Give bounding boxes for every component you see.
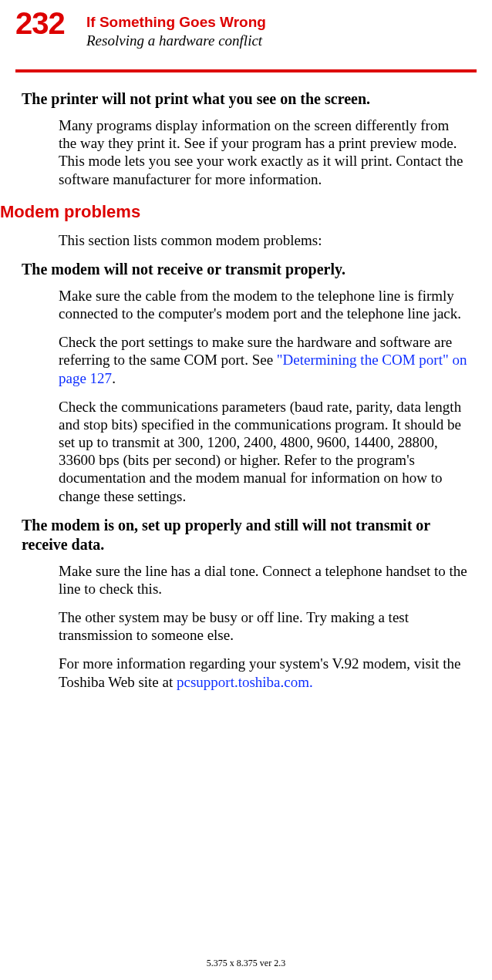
indent-block: Make sure the line has a dial tone. Conn… [59,562,470,691]
paragraph: For more information regarding your syst… [59,655,470,690]
paragraph: Make sure the cable from the modem to th… [59,287,470,322]
page: 232 If Something Goes Wrong Resolving a … [0,0,492,980]
paragraph: The other system may be busy or off line… [59,608,470,644]
page-footer: 5.375 x 8.375 ver 2.3 [0,958,492,969]
indent-block: Make sure the cable from the modem to th… [59,287,470,505]
paragraph: Many programs display information on the… [59,116,470,188]
content-area: The printer will not print what you see … [0,72,492,691]
paragraph: Make sure the line has a dial tone. Conn… [59,562,470,598]
paragraph: Check the port settings to make sure the… [59,333,470,387]
text-run: . [112,370,116,386]
paragraph: This section lists common modem problems… [59,231,470,249]
indent-block: This section lists common modem problems… [59,231,470,249]
section-heading-modem: Modem problems [0,202,470,222]
issue-heading-modem-no-transmit: The modem is on, set up properly and sti… [22,516,470,554]
issue-heading-printer: The printer will not print what you see … [22,89,470,109]
chapter-title: If Something Goes Wrong [86,14,477,31]
external-link-toshiba[interactable]: pcsupport.toshiba.com. [177,674,313,690]
paragraph: Check the communications parameters (bau… [59,398,470,505]
section-subtitle: Resolving a hardware conflict [86,32,477,49]
indent-block: Many programs display information on the… [59,116,470,188]
page-number: 232 [15,6,65,41]
issue-heading-modem-rx-tx: The modem will not receive or transmit p… [22,260,470,279]
page-header: 232 If Something Goes Wrong Resolving a … [0,0,492,49]
